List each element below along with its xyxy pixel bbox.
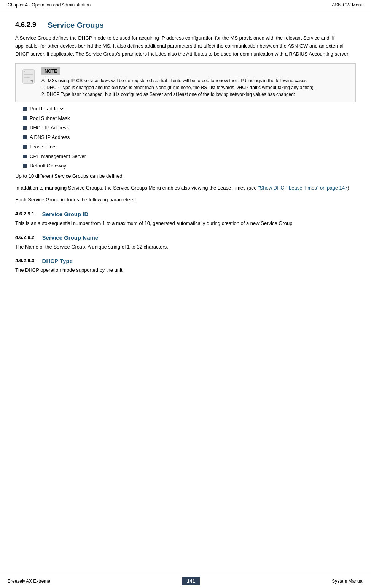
- subsection-1-heading: 4.6.2.9.1 Service Group ID: [15, 211, 356, 217]
- subsection-3-number: 4.6.2.9.3: [15, 258, 35, 264]
- bullet-square: [23, 145, 27, 149]
- bullet-square: [23, 126, 27, 130]
- bullet-item: CPE Management Server: [23, 153, 356, 159]
- note-text1: All MSs using IP-CS service flows will b…: [41, 77, 350, 84]
- bullet-text: Default Gateway: [30, 163, 66, 169]
- page-footer: BreezeMAX Extreme 141 System Manual: [0, 574, 371, 588]
- header-right: ASN-GW Menu: [332, 2, 363, 8]
- bullet-item: Pool Subnet Mask: [23, 115, 356, 121]
- subsection-1-title: Service Group ID: [42, 211, 89, 217]
- page-header: Chapter 4 - Operation and Administration…: [0, 0, 371, 10]
- bullet-square: [23, 164, 27, 168]
- subsection-2-heading: 4.6.2.9.2 Service Group Name: [15, 234, 356, 241]
- svg-text:✎: ✎: [24, 70, 25, 73]
- bullet-square: [23, 155, 27, 158]
- para2-post: ): [347, 185, 349, 191]
- page-number: 141: [182, 577, 200, 585]
- section-title: Service Groups: [48, 21, 104, 30]
- para1: Up to 10 different Service Groups can be…: [15, 172, 356, 180]
- para3: Each Service Group includes the followin…: [15, 196, 356, 204]
- bullet-item: Pool IP address: [23, 106, 356, 112]
- bullet-text: CPE Management Server: [30, 153, 86, 159]
- note-text2: 1. DHCP Type is changed and the old type…: [41, 84, 350, 91]
- note-label: NOTE: [41, 67, 60, 75]
- subsection-1-body: This is an auto-sequential number from 1…: [15, 220, 356, 228]
- bullet-item: Lease Time: [23, 144, 356, 150]
- note-text3: 2. DHCP Type hasn't changed, but it is c…: [41, 91, 350, 98]
- subsection-3-heading: 4.6.2.9.3 DHCP Type: [15, 258, 356, 264]
- header-left: Chapter 4 - Operation and Administration: [8, 2, 91, 8]
- section-heading: 4.6.2.9 Service Groups: [15, 21, 356, 30]
- footer-left: BreezeMAX Extreme: [8, 578, 50, 584]
- subsection-3-body: The DHCP operation mode supported by the…: [15, 266, 356, 274]
- note-content: NOTE All MSs using IP-CS service flows w…: [41, 67, 350, 98]
- para2-pre: In addition to managing Service Groups, …: [15, 185, 258, 191]
- section-intro: A Service Group defines the DHCP mode to…: [15, 34, 356, 58]
- bullet-text: Pool IP address: [30, 106, 65, 112]
- note-box: ✎ NOTE All MSs using IP-CS service flows…: [15, 63, 356, 102]
- bullet-text: DHCP IP Address: [30, 125, 69, 131]
- bullet-square: [23, 107, 27, 111]
- section-number: 4.6.2.9: [15, 21, 36, 30]
- lease-times-link[interactable]: "Show DHCP Lease Times" on page 147: [258, 185, 347, 191]
- bullet-square: [23, 116, 27, 120]
- subsection-2-body: The Name of the Service Group. A unique …: [15, 243, 356, 251]
- bullet-item: DHCP IP Address: [23, 125, 356, 131]
- page-content: 4.6.2.9 Service Groups A Service Group d…: [0, 10, 371, 286]
- para2: In addition to managing Service Groups, …: [15, 184, 356, 192]
- bullet-square: [23, 135, 27, 139]
- bullet-item: Default Gateway: [23, 163, 356, 169]
- subsection-3-title: DHCP Type: [42, 258, 73, 264]
- footer-right: System Manual: [332, 578, 363, 584]
- subsection-1-number: 4.6.2.9.1: [15, 211, 35, 217]
- note-icon: ✎: [21, 67, 36, 86]
- bullet-text: A DNS IP Address: [30, 134, 70, 140]
- bullet-item: A DNS IP Address: [23, 134, 356, 140]
- subsection-2-number: 4.6.2.9.2: [15, 234, 35, 241]
- subsection-2-title: Service Group Name: [42, 234, 99, 241]
- bullet-text: Pool Subnet Mask: [30, 115, 70, 121]
- bullet-list: Pool IP addressPool Subnet MaskDHCP IP A…: [23, 106, 356, 169]
- bullet-text: Lease Time: [30, 144, 55, 150]
